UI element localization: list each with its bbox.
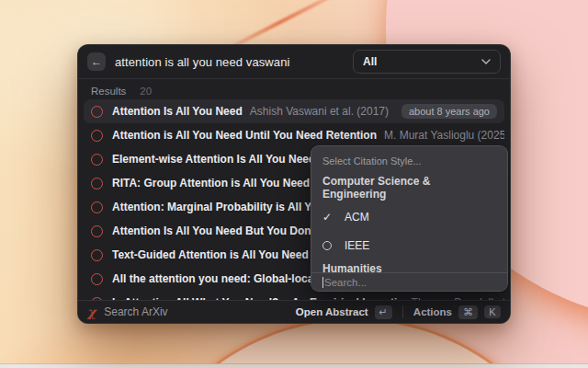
footer-divider [402, 305, 403, 318]
enter-key-badge: ↵ [375, 305, 392, 319]
cmd-key-badge: ⌘ [458, 305, 478, 319]
citation-option-ieee[interactable]: IEEE [317, 234, 502, 257]
citation-style-dropdown: Select Citation Style... Computer Scienc… [311, 145, 508, 292]
arxiv-result-icon [91, 225, 103, 237]
arxiv-result-icon [91, 154, 103, 166]
dropdown-title: Select Citation Style... [322, 155, 496, 167]
filter-value: All [363, 55, 377, 68]
text-caret [322, 277, 323, 288]
radio-circle-icon [322, 241, 332, 250]
arxiv-result-icon [91, 106, 103, 118]
result-row[interactable]: Attention Is All You Need Ashish Vaswani… [84, 99, 504, 123]
dropdown-search-bar [311, 272, 507, 291]
open-abstract-button[interactable]: Open Abstract [296, 306, 368, 317]
raycast-window: ← attention is all you need vaswani All … [77, 44, 511, 324]
actions-button[interactable]: Actions [413, 306, 452, 317]
extension-name: Search ArXiv [104, 305, 167, 318]
check-icon: ✓ [322, 211, 332, 224]
arxiv-result-icon [91, 178, 103, 190]
result-title: Attention is All You Need Until You Need… [112, 129, 377, 142]
results-header: Results 20 [78, 79, 510, 99]
arxiv-result-icon [91, 249, 103, 261]
result-time-badge: about 8 years ago [401, 104, 497, 119]
result-row[interactable]: Attention is All You Need Until You Need… [84, 123, 504, 147]
results-count: 20 [140, 86, 152, 97]
citation-option-label: IEEE [345, 239, 369, 252]
result-title: Element-wise Attention Is All You Need [112, 153, 315, 166]
arxiv-result-icon [91, 130, 103, 142]
arxiv-result-icon [91, 273, 103, 285]
arxiv-result-icon [91, 201, 103, 213]
filter-dropdown[interactable]: All [353, 50, 501, 74]
citation-option-acm[interactable]: ✓ ACM [317, 205, 502, 228]
results-label: Results [91, 86, 126, 97]
citation-option-label: ACM [345, 211, 369, 224]
footer-bar: χ Search ArXiv Open Abstract ↵ Actions ⌘… [78, 300, 510, 323]
back-arrow-icon: ← [91, 55, 102, 68]
search-topbar: ← attention is all you need vaswani All [78, 45, 510, 79]
search-input[interactable]: attention is all you need vaswani [115, 55, 289, 69]
result-title: Attention Is All You Need [112, 105, 243, 118]
result-author: Ashish Vaswani et al. (2017) [250, 105, 389, 118]
arxiv-logo-icon: χ [87, 305, 96, 318]
chevron-down-icon [481, 59, 491, 64]
back-button[interactable]: ← [87, 52, 106, 71]
k-key-badge: K [484, 305, 501, 318]
dropdown-search-input[interactable] [324, 277, 496, 288]
section-header-cs: Computer Science & Engineering [322, 175, 496, 201]
screen-bottom-strip [0, 363, 588, 368]
result-author: M. Murat Yaslioglu (2025) [384, 129, 504, 142]
